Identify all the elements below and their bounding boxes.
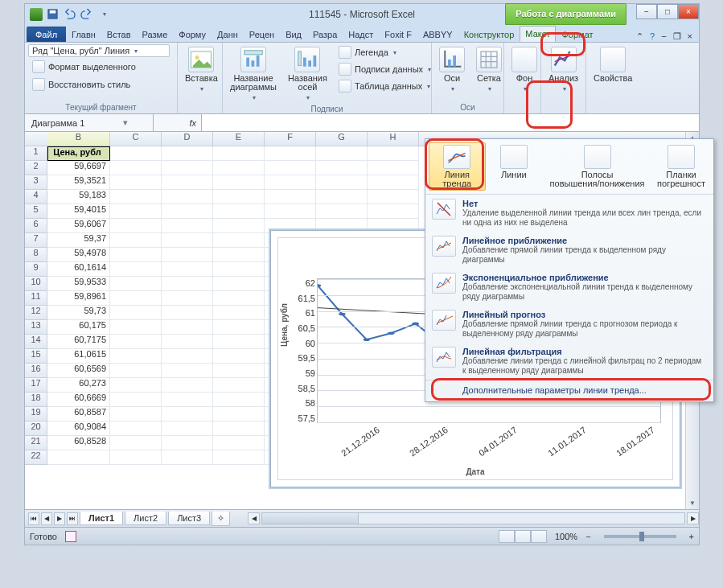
horizontal-scrollbar[interactable]: ◀ ▶ [248,512,699,524]
qat-customize[interactable] [97,7,110,21]
cell[interactable]: 59,6067 [47,219,110,233]
row-header[interactable]: 3 [25,175,47,190]
cell[interactable] [213,175,265,190]
cell[interactable] [316,175,368,190]
cell[interactable] [213,262,265,277]
row-header[interactable]: 12 [25,306,47,320]
cell[interactable]: 60,6669 [47,393,110,407]
chart-y-axis-label[interactable]: Цена, рубл [280,303,289,347]
cell[interactable] [213,146,265,161]
cell[interactable] [316,146,368,161]
cell[interactable]: 59,37 [47,233,110,248]
cell[interactable] [162,393,213,407]
name-box-dropdown-icon[interactable]: ▾ [123,117,128,128]
tab-review[interactable]: Рецен [244,27,280,42]
view-normal-button[interactable] [499,530,515,543]
cell[interactable] [316,190,368,204]
cell[interactable] [265,175,316,190]
cell[interactable] [265,146,316,161]
cell[interactable] [213,204,265,219]
properties-button[interactable]: Свойства [589,44,636,85]
tab-chart-layout[interactable]: Макет [520,26,556,42]
cell[interactable] [110,335,162,349]
cell[interactable] [110,450,162,465]
cell[interactable] [162,161,213,175]
cell[interactable] [162,190,213,204]
cell[interactable]: 60,8587 [47,407,110,421]
panel-trendline-button[interactable]: Линия тренда [429,142,486,191]
row-header[interactable]: 16 [25,364,47,378]
legend-button[interactable]: Легенда [335,44,435,60]
cell[interactable] [368,190,419,204]
sheet-nav-last[interactable]: ⏭ [67,512,78,525]
cell[interactable] [368,146,419,161]
save-button[interactable] [46,7,60,21]
chart-x-axis-label[interactable]: Дата [278,467,672,476]
trendline-option-forecast[interactable]: Линейный прогнозДобавление прямой линии … [425,306,713,343]
format-selection-button[interactable]: Формат выделенного [28,59,140,75]
tab-formulas[interactable]: Форму [173,27,212,42]
axes-button[interactable]: Оси [435,44,469,96]
cell[interactable]: 59,4015 [47,204,110,219]
cell[interactable] [213,349,265,364]
ribbon-minimize-icon[interactable]: ⌃ [636,31,643,42]
cell[interactable] [162,219,213,233]
row-header[interactable]: 1 [25,146,47,161]
cell[interactable] [110,349,162,364]
mdi-min-icon[interactable]: − [661,31,666,42]
cell[interactable]: 59,73 [47,306,110,320]
trendline-option-exponential[interactable]: Экспоненциальное приближениеДобавление э… [425,269,713,306]
minimize-button[interactable]: − [636,4,657,19]
trendline-option-linear[interactable]: Линейное приближениеДобавление прямой ли… [425,232,713,269]
hscroll-thumb[interactable] [262,513,359,524]
sheet-nav-first[interactable]: ⏮ [28,512,39,525]
cell[interactable] [110,204,162,219]
row-header[interactable]: 15 [25,349,47,364]
column-header[interactable]: G [316,132,368,146]
sheet-tab-3[interactable]: Лист3 [168,512,210,525]
formula-input[interactable] [202,114,699,131]
sheet-nav-next[interactable]: ▶ [54,512,65,525]
cell[interactable]: 59,183 [47,190,110,204]
new-sheet-button[interactable]: ✧ [212,512,230,526]
column-header[interactable]: E [213,132,265,146]
tab-page-layout[interactable]: Разме [137,27,174,42]
cell[interactable] [162,407,213,421]
cell[interactable] [213,277,265,291]
cell[interactable] [162,291,213,306]
cell[interactable]: 59,6697 [47,161,110,175]
tab-view[interactable]: Вид [280,27,307,42]
column-header[interactable]: H [368,132,419,146]
row-header[interactable]: 13 [25,320,47,335]
cell[interactable] [162,306,213,320]
zoom-in-button[interactable]: + [689,532,694,541]
plot-area-button[interactable]: Фон [507,44,541,96]
cell[interactable]: 60,9084 [47,421,110,436]
tab-foxit[interactable]: Foxit F [379,27,417,42]
row-header[interactable]: 11 [25,291,47,306]
name-box[interactable]: ▾ [25,114,154,131]
cell[interactable] [110,262,162,277]
fx-icon[interactable]: fx [189,118,196,128]
cell[interactable] [110,233,162,248]
tab-chart-format[interactable]: Формат [556,27,598,42]
tab-chart-design[interactable]: Конструктор [458,27,520,42]
sheet-tab-2[interactable]: Лист2 [125,512,166,525]
row-header[interactable]: 2 [25,161,47,175]
cell[interactable] [162,349,213,364]
hscroll-track[interactable] [261,512,685,524]
tab-data[interactable]: Данн [212,27,244,42]
tab-addins[interactable]: Надст [343,27,379,42]
row-header[interactable]: 22 [25,450,47,465]
cell[interactable]: 61,0615 [47,349,110,364]
cell[interactable]: 60,175 [47,320,110,335]
maximize-button[interactable]: □ [657,4,678,19]
cell[interactable] [110,291,162,306]
view-page-break-button[interactable] [531,530,547,543]
cell[interactable]: Цена, рубл [47,146,110,161]
cell[interactable] [162,204,213,219]
cell[interactable] [110,306,162,320]
cell[interactable] [213,248,265,262]
data-table-button[interactable]: Таблица данных [335,78,435,94]
cell[interactable] [110,436,162,450]
